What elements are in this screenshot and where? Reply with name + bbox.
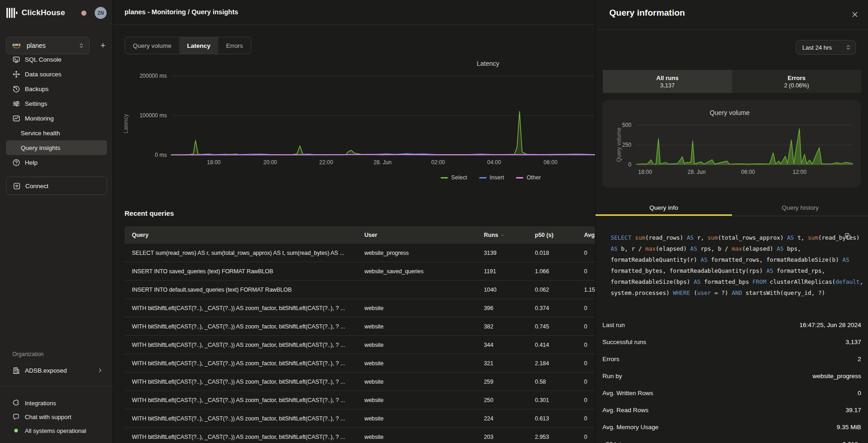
legend-item-select[interactable]: Select	[441, 174, 467, 181]
y-tick-label: 500	[590, 122, 631, 128]
tab-query-history[interactable]: Query history	[732, 199, 868, 216]
table-row[interactable]: WITH bitShiftLeft(CAST(?..), _CAST(?..))…	[125, 409, 595, 428]
code-line: formatReadableQuantity(r) AS formatted_r…	[611, 254, 859, 265]
footer-item-label: All systems operational	[25, 427, 86, 434]
p50-cell: 2.953	[535, 434, 584, 440]
user-cell: website	[364, 379, 484, 385]
sidebar-item-backups[interactable]: Backups	[6, 81, 107, 96]
close-icon[interactable]	[851, 11, 858, 18]
sidebar-divider	[0, 386, 113, 386]
chevron-updown-icon	[845, 44, 851, 51]
p50-cell: 0.613	[535, 415, 584, 422]
table-row[interactable]: INSERT INTO saved_queries (text) FORMAT …	[125, 262, 595, 281]
avg-cell: 0	[584, 360, 595, 367]
p50-cell: 0.745	[535, 323, 584, 330]
clickhouse-logo-icon	[6, 8, 18, 18]
toggle-label: Errors	[788, 75, 806, 81]
table-row[interactable]: SELECT sum(read_rows) AS r, sum(total_ro…	[125, 244, 595, 262]
sidebar-item-query-insights[interactable]: Query insights	[6, 140, 107, 155]
service-name: planes	[27, 42, 78, 49]
sidebar-item-monitoring[interactable]: Monitoring	[6, 111, 107, 126]
table-row[interactable]: WITH bitShiftLeft(CAST(?..), _CAST(?..))…	[125, 428, 595, 443]
footer-item-chat-with-support[interactable]: Chat with support	[6, 410, 107, 424]
column-header-runs[interactable]: Runs	[484, 232, 535, 238]
sidebar-item-sql-console[interactable]: SQL Console	[6, 52, 107, 67]
avatar[interactable]: ZN	[95, 7, 107, 19]
table-row[interactable]: WITH bitShiftLeft(CAST(?..), _CAST(?..))…	[125, 391, 595, 409]
code-line: AS b, r / max(elapsed) AS rps, b / max(e…	[611, 243, 859, 254]
copy-icon[interactable]	[844, 233, 851, 240]
sql-code-block: SELECT sum(read_rows) AS r, sum(total_ro…	[611, 232, 859, 299]
help-icon	[12, 159, 20, 167]
tab-errors[interactable]: Errors	[218, 37, 251, 54]
p50-cell: 0.374	[535, 305, 584, 311]
organization-name: ADSB.exposed	[25, 367, 67, 374]
tab-query-volume[interactable]: Query volume	[125, 37, 179, 54]
y-tick-label: 0 ms	[125, 152, 167, 158]
stat-value: website_progress	[812, 373, 861, 380]
sidebar-item-settings[interactable]: Settings	[6, 96, 107, 111]
legend-label: Other	[527, 174, 541, 181]
integrations-icon	[12, 399, 20, 407]
chevron-right-icon	[97, 367, 103, 374]
time-range-select[interactable]: Last 24 hrs	[796, 40, 856, 55]
y-tick-label: 0	[590, 161, 631, 168]
organization-item[interactable]: ADSB.exposed	[6, 363, 107, 378]
avg-cell: 0	[584, 250, 595, 256]
latency-title: Latency	[477, 60, 499, 67]
runs-cell: 3139	[484, 250, 535, 256]
y-tick-label: 100000 ms	[125, 112, 167, 119]
table-row[interactable]: WITH bitShiftLeft(CAST(?..), _CAST(?..))…	[125, 336, 595, 354]
table-row[interactable]: WITH bitShiftLeft(CAST(?..), _CAST(?..))…	[125, 373, 595, 391]
toggle-errors[interactable]: Errors2 (0.06%)	[732, 70, 861, 93]
query-stats: Last run16:47:25, Jun 28 2024Successful …	[602, 316, 861, 443]
panel-tabs: Query infoQuery history	[596, 199, 868, 216]
column-header-user[interactable]: User	[364, 232, 484, 238]
legend-label: Select	[451, 174, 467, 181]
aws-icon: aws	[11, 43, 22, 49]
legend-swatch	[516, 177, 523, 178]
toggle-all-runs[interactable]: All runs3,137	[603, 70, 732, 93]
stat-row-avg-written-rows: Avg. Written Rows0	[602, 385, 861, 402]
stat-value: 39.17	[845, 407, 861, 414]
legend-item-insert[interactable]: Insert	[479, 174, 504, 181]
query-cell: INSERT INTO default.saved_queries (text)…	[125, 287, 364, 293]
table-row[interactable]: WITH bitShiftLeft(CAST(?..), _CAST(?..))…	[125, 317, 595, 336]
footer-item-all-systems-operational[interactable]: All systems operational	[6, 424, 107, 437]
data-sources-icon	[12, 70, 20, 78]
runs-cell: 224	[484, 415, 535, 422]
table-row[interactable]: INSERT INTO default.saved_queries (text)…	[125, 281, 595, 299]
console-icon	[12, 56, 20, 63]
legend-item-other[interactable]: Other	[516, 174, 541, 181]
sidebar-item-service-health[interactable]: Service health	[6, 126, 107, 140]
stat-value: 0	[857, 390, 861, 397]
connect-icon	[13, 182, 21, 190]
table-row[interactable]: WITH bitShiftLeft(CAST(?..), _CAST(?..))…	[125, 299, 595, 317]
tab-latency[interactable]: Latency	[179, 37, 218, 54]
legend-swatch	[441, 177, 448, 178]
time-range-value: Last 24 hrs	[802, 44, 845, 51]
stat-label: Errors	[602, 356, 619, 362]
stat-row-successful-runs: Successful runs3,137	[602, 334, 861, 351]
sort-caret-icon	[500, 233, 505, 238]
column-header-p50-s-[interactable]: p50 (s)	[535, 232, 584, 238]
stat-label: Avg. Memory Usage	[602, 424, 658, 431]
stat-value: 3,137	[845, 339, 861, 345]
x-tick-label: 06:00	[544, 159, 557, 166]
sidebar-item-data-sources[interactable]: Data sources	[6, 67, 107, 81]
footer-item-label: Integrations	[25, 400, 56, 407]
column-header-avg[interactable]: Avg	[584, 232, 595, 238]
sidebar-item-label: SQL Console	[25, 56, 62, 63]
footer-item-integrations[interactable]: Integrations	[6, 396, 107, 410]
x-tick-label: 06:00	[741, 169, 755, 175]
stat-label: Avg. Read Rows	[602, 407, 648, 414]
toggle-value: 3,137	[660, 82, 675, 89]
tab-query-info[interactable]: Query info	[596, 199, 732, 216]
y-tick-label: 200000 ms	[125, 73, 167, 79]
column-header-query[interactable]: Query	[125, 232, 364, 238]
connect-button[interactable]: Connect	[6, 177, 107, 195]
table-row[interactable]: WITH bitShiftLeft(CAST(?..), _CAST(?..))…	[125, 354, 595, 373]
brand-name: ClickHouse	[22, 8, 81, 17]
sidebar-item-help[interactable]: Help	[6, 155, 107, 170]
query-cell: WITH bitShiftLeft(CAST(?..), _CAST(?..))…	[125, 415, 364, 422]
